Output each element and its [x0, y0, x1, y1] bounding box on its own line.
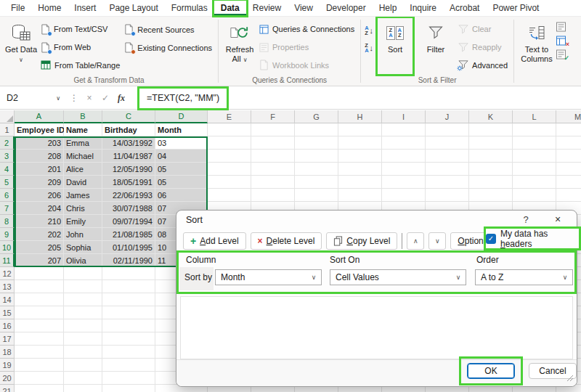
cell-M1[interactable]: [556, 123, 581, 136]
cell-C1[interactable]: Birthday: [102, 123, 155, 136]
cell-B17[interactable]: [64, 332, 102, 346]
cell-H4[interactable]: [338, 163, 382, 176]
row-header-16[interactable]: 16: [0, 319, 15, 332]
cell-C21[interactable]: [102, 385, 155, 392]
cell-B20[interactable]: [64, 372, 102, 385]
add-level-button[interactable]: + Add Level: [183, 232, 246, 250]
cell-B13[interactable]: [64, 280, 102, 293]
name-box[interactable]: D2 ∨: [0, 93, 67, 103]
refresh-all-button[interactable]: Refresh All ∨: [222, 18, 257, 74]
cell-A5[interactable]: 209: [15, 176, 64, 189]
cell-A19[interactable]: [15, 359, 64, 372]
cell-B8[interactable]: Emily: [64, 215, 102, 228]
row-header-19[interactable]: 19: [0, 359, 15, 372]
column-header-G[interactable]: G: [295, 110, 338, 123]
cell-K3[interactable]: [469, 150, 513, 163]
cell-E1[interactable]: [208, 123, 251, 136]
cell-G5[interactable]: [295, 176, 338, 189]
tab-home[interactable]: Home: [31, 1, 68, 15]
column-header-H[interactable]: H: [338, 110, 382, 123]
cell-A16[interactable]: [15, 319, 64, 332]
column-header-M[interactable]: M: [556, 110, 581, 123]
cell-A2[interactable]: 203: [15, 136, 64, 150]
cell-C12[interactable]: [102, 267, 155, 280]
cell-A7[interactable]: 204: [15, 202, 64, 215]
row-header-21[interactable]: 21: [0, 385, 15, 392]
cell-M5[interactable]: [556, 176, 581, 189]
cell-C6[interactable]: 22/06/1993: [102, 189, 155, 202]
cell-D6[interactable]: 06: [155, 189, 208, 202]
cell-K4[interactable]: [469, 163, 513, 176]
move-up-button[interactable]: ∧: [407, 232, 424, 250]
tab-inquire[interactable]: Inquire: [403, 1, 443, 15]
row-header-4[interactable]: 4: [0, 163, 15, 176]
cell-C9[interactable]: 21/08/1985: [102, 228, 155, 241]
row-header-3[interactable]: 3: [0, 150, 15, 163]
cell-F6[interactable]: [251, 189, 295, 202]
cell-A18[interactable]: [15, 346, 64, 359]
cell-G2[interactable]: [295, 136, 338, 150]
cell-A20[interactable]: [15, 372, 64, 385]
cell-B16[interactable]: [64, 319, 102, 332]
data-validation-icon[interactable]: ✓: [556, 49, 566, 60]
row-header-17[interactable]: 17: [0, 332, 15, 346]
close-icon[interactable]: ×: [551, 213, 564, 225]
text-to-columns-button[interactable]: Text to Columns: [518, 18, 556, 74]
cell-E4[interactable]: [208, 163, 251, 176]
recent-sources-button[interactable]: Recent Sources: [122, 20, 214, 38]
cell-F1[interactable]: [251, 123, 295, 136]
cell-B14[interactable]: [64, 293, 102, 306]
cell-G3[interactable]: [295, 150, 338, 163]
existing-connections-button[interactable]: Existing Connections: [122, 38, 214, 57]
cell-C10[interactable]: 01/10/1995: [102, 241, 155, 254]
cell-B12[interactable]: [64, 267, 102, 280]
resize-grip[interactable]: [566, 374, 574, 384]
row-header-5[interactable]: 5: [0, 176, 15, 189]
ok-button[interactable]: OK: [467, 363, 515, 379]
row-header-9[interactable]: 9: [0, 228, 15, 241]
cell-A12[interactable]: [15, 267, 64, 280]
cell-A8[interactable]: 210: [15, 215, 64, 228]
tab-insert[interactable]: Insert: [68, 1, 102, 15]
cell-A1[interactable]: Employee ID: [15, 123, 64, 136]
cell-G1[interactable]: [295, 123, 338, 136]
cell-J4[interactable]: [426, 163, 469, 176]
cell-B6[interactable]: James: [64, 189, 102, 202]
cell-E2[interactable]: [208, 136, 251, 150]
move-down-button[interactable]: ∨: [428, 232, 446, 250]
cell-J1[interactable]: [426, 123, 469, 136]
cell-J6[interactable]: [426, 189, 469, 202]
cell-A17[interactable]: [15, 332, 64, 346]
row-header-14[interactable]: 14: [0, 293, 15, 306]
cell-B18[interactable]: [64, 346, 102, 359]
formula-input[interactable]: =TEXT(C2, "MM"): [139, 89, 227, 108]
tab-view[interactable]: View: [288, 1, 320, 15]
column-header-K[interactable]: K: [469, 110, 513, 123]
row-header-6[interactable]: 6: [0, 189, 15, 202]
row-header-11[interactable]: 11: [0, 254, 15, 267]
cell-J2[interactable]: [426, 136, 469, 150]
cell-C11[interactable]: 02/11/1990: [102, 254, 155, 267]
row-header-8[interactable]: 8: [0, 215, 15, 228]
cell-A21[interactable]: [15, 385, 64, 392]
cell-J3[interactable]: [426, 150, 469, 163]
cell-L3[interactable]: [513, 150, 556, 163]
column-header-B[interactable]: B: [64, 110, 102, 123]
cell-C2[interactable]: 14/03/1992: [102, 136, 155, 150]
column-header-J[interactable]: J: [426, 110, 469, 123]
queries-connections-button[interactable]: Queries & Connections: [257, 20, 357, 38]
cell-I2[interactable]: [382, 136, 426, 150]
cell-C18[interactable]: [102, 346, 155, 359]
cell-C4[interactable]: 12/05/1990: [102, 163, 155, 176]
cell-B1[interactable]: Name: [64, 123, 102, 136]
cell-B21[interactable]: [64, 385, 102, 392]
delete-level-button[interactable]: × Delete Level: [251, 232, 322, 250]
cell-B4[interactable]: Alice: [64, 163, 102, 176]
cell-K2[interactable]: [469, 136, 513, 150]
cell-A14[interactable]: [15, 293, 64, 306]
row-header-2[interactable]: 2: [0, 136, 15, 150]
cell-C8[interactable]: 09/07/1994: [102, 215, 155, 228]
cell-C19[interactable]: [102, 359, 155, 372]
cell-D4[interactable]: 05: [155, 163, 208, 176]
cell-C13[interactable]: [102, 280, 155, 293]
